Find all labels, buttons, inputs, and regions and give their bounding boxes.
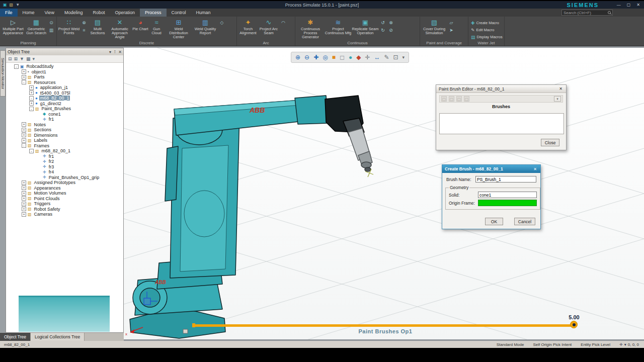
tree-item-t5400-03-075l[interactable]: +●t5400_03_075l	[6, 90, 123, 96]
tree-expander-icon[interactable]: +	[22, 138, 26, 143]
tree-item-triggers[interactable]: +▧Triggers	[6, 201, 123, 207]
tree-expander-icon[interactable]: +	[22, 186, 26, 190]
menu-tab-control[interactable]: Control	[167, 9, 191, 17]
weld-distribution-center-button[interactable]: ⊞Weld Distribution Center	[165, 18, 193, 39]
brush-type-dropdown[interactable]: ▾	[554, 96, 561, 102]
pick-intent-icon[interactable]: ✛	[619, 342, 623, 347]
rotate-view-icon[interactable]: ◎	[323, 52, 328, 62]
pie-chart-button[interactable]: ◕Pie Chart	[132, 18, 148, 31]
tree-item-labels[interactable]: +▧Labels	[6, 138, 123, 143]
tree-expander-icon[interactable]: +	[22, 196, 26, 201]
tab-object-tree[interactable]: Object Tree	[0, 333, 31, 341]
cover-during-simulation-button[interactable]: ▧Cover During Simulation	[421, 18, 447, 35]
paint-small-1-icon[interactable]: ▱	[448, 20, 455, 26]
weld-point-small-icon[interactable]: ⊕	[80, 20, 88, 26]
geometric-gun-search-button[interactable]: ▦Geometric Gun Search	[25, 18, 47, 35]
tree-item-appearances[interactable]: +▧Appearances	[6, 186, 123, 191]
tree-expander-icon[interactable]: +	[22, 75, 26, 79]
tree-item-object1[interactable]: +▪object1	[6, 69, 123, 75]
tree-item-fr1[interactable]: ✛fr1	[6, 117, 123, 122]
simulation-monitor-tab[interactable]: Simulation Monitor	[0, 50, 6, 97]
multi-sections-button[interactable]: ▤Multi Sections	[88, 18, 107, 35]
maximize-icon[interactable]: ▢	[627, 3, 631, 7]
close-button[interactable]: Close	[541, 139, 559, 146]
snap-point-icon[interactable]: ✛	[365, 52, 370, 62]
tree-item-label[interactable]: Frames	[33, 143, 51, 148]
planning-report-icon[interactable]: ▥	[48, 27, 55, 34]
paint-display-icon[interactable]: ●	[349, 52, 352, 62]
origin-frame-input[interactable]	[478, 200, 537, 206]
continuous-process-generator-button[interactable]: ✱Continuous Process Generator	[296, 18, 325, 39]
tree-expander-icon[interactable]: -	[29, 96, 34, 101]
tree-item-point-clouds[interactable]: +▧Point Clouds	[6, 196, 123, 202]
project-continuous-mfg-button[interactable]: ≋Project Continuous Mfg	[325, 18, 352, 35]
paint-brush-editor-titlebar[interactable]: Paint Brush Editor - m68_82_00_1 ✕	[436, 85, 566, 93]
tree-expander-icon[interactable]: -	[22, 143, 26, 148]
tree-expander-icon[interactable]: +	[22, 207, 26, 211]
tree-item-label[interactable]: application_j1	[39, 85, 69, 90]
tree-item-label[interactable]: t5400_03_075l	[39, 90, 71, 96]
multiple-part-appearance-button[interactable]: ▷Multiple Part Appearance	[1, 18, 25, 35]
tree-item-cameras[interactable]: +▧Cameras	[6, 212, 123, 217]
tree-item-label[interactable]: Parts	[33, 74, 46, 79]
pin-icon[interactable]: ⊺	[114, 50, 116, 54]
search-input[interactable]: Search (Ctrl+F)	[561, 10, 613, 16]
tree-item-fr4[interactable]: ✛fr4	[6, 169, 123, 175]
close-icon[interactable]: ✕	[636, 3, 640, 7]
edit-macro-button[interactable]: ✎Edit Macro	[469, 27, 504, 33]
tree-item-robcadstudy[interactable]: -▣RobcadStudy	[6, 64, 123, 69]
tree-item-label[interactable]: fr3	[48, 164, 55, 169]
project-weld-points-button[interactable]: ∷Project Weld Points	[58, 18, 80, 35]
menu-tab-operation[interactable]: Operation	[110, 9, 140, 17]
tree-expander-icon[interactable]: +	[22, 122, 26, 127]
tree-item-cone1[interactable]: ◆cone1	[6, 112, 123, 117]
tree-item-label[interactable]: Cameras	[33, 212, 54, 217]
timeline-track[interactable]	[194, 324, 576, 327]
tree-expander-icon[interactable]: +	[22, 212, 26, 217]
tree-item-resources[interactable]: -▧Resources	[6, 80, 123, 85]
tree-item-dimensions[interactable]: +▧Dimensions	[6, 133, 123, 138]
tree-item-label[interactable]: g1_direct2	[39, 101, 62, 106]
tree-expander-icon[interactable]: +	[22, 128, 26, 132]
viewport-toolbar-more-icon[interactable]: ▾	[403, 52, 405, 62]
menu-tab-home[interactable]: Home	[18, 9, 40, 17]
pan-icon[interactable]: ✚	[313, 52, 318, 62]
menu-tab-human[interactable]: Human	[191, 9, 216, 17]
markup-icon[interactable]: ✎	[384, 52, 389, 62]
tree-item-label[interactable]: fr2	[48, 159, 55, 164]
brushes-list[interactable]	[439, 113, 564, 134]
tree-expander-icon[interactable]: +	[22, 191, 26, 196]
arc-small-icon[interactable]: ◠	[280, 20, 287, 26]
tree-view-options-icon[interactable]: ▦	[26, 56, 31, 61]
tree-expander-icon[interactable]: +	[29, 101, 34, 106]
continuous-small-3-icon[interactable]: ⊗	[387, 20, 394, 26]
close-icon[interactable]: ✕	[532, 167, 538, 171]
tree-item-label[interactable]: object1	[31, 69, 47, 74]
tree-item-label[interactable]: fr4	[48, 169, 55, 174]
tree-expander-icon[interactable]: -	[22, 80, 26, 84]
tree-item-label[interactable]: Motion Volumes	[33, 191, 67, 196]
object-tree-panel-header[interactable]: Object Tree ▾⊺✕	[6, 48, 123, 55]
tree-item-label[interactable]: Sections	[33, 127, 53, 132]
continuous-small-4-icon[interactable]: ⊘	[387, 27, 394, 34]
menu-tab-view[interactable]: View	[40, 9, 59, 17]
tree-item-notes[interactable]: +▧Notes	[6, 122, 123, 128]
tree-item-assigned-prototypes[interactable]: +▧Assigned Prototypes	[6, 180, 123, 186]
tree-expander-icon[interactable]: +	[22, 69, 26, 74]
tree-expander-icon[interactable]: +	[22, 202, 26, 206]
tree-item-label[interactable]: Robot Safety	[33, 207, 61, 212]
tree-item-fr2[interactable]: ✛fr2	[6, 159, 123, 164]
pick-filter-icon[interactable]: ◆	[356, 52, 361, 62]
tree-item-label[interactable]: m68_82_00_1	[41, 148, 72, 153]
menu-tab-robot[interactable]: Robot	[88, 9, 110, 17]
weld-list-small-icon[interactable]: ≡	[80, 27, 88, 34]
gun-cloud-button[interactable]: ≈Gun Cloud	[148, 18, 165, 35]
tree-item-motion-volumes[interactable]: +▧Motion Volumes	[6, 191, 123, 196]
automatic-approach-angle-button[interactable]: ✕Automatic Approach Angle	[107, 18, 132, 39]
tree-expander-icon[interactable]: +	[29, 90, 34, 95]
tree-item-m68-82-00-1[interactable]: -▧m68_82_00_1	[6, 148, 123, 154]
cancel-button[interactable]: Cancel	[514, 218, 535, 225]
tree-expander-icon[interactable]: +	[22, 180, 26, 185]
tree-expander-icon[interactable]: +	[29, 85, 34, 90]
tree-more-icon[interactable]: ▾	[33, 56, 35, 61]
